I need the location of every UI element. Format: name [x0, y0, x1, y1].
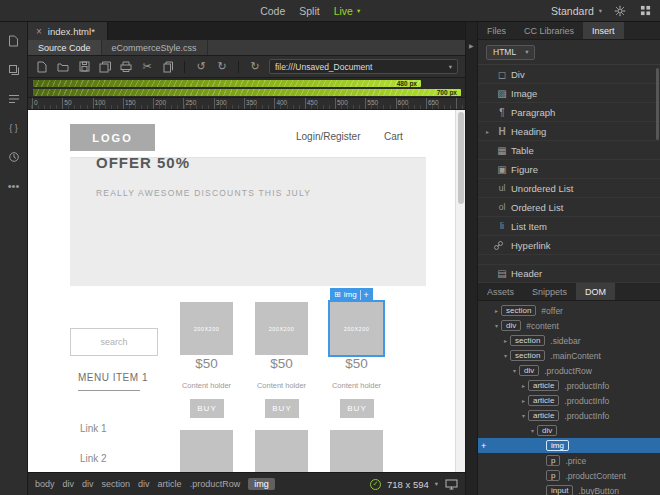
buy-button[interactable]: BUY — [190, 399, 224, 418]
product-image-placeholder-row2[interactable] — [180, 430, 233, 472]
behaviors-panel-icon[interactable] — [7, 150, 21, 164]
snippets-panel-icon[interactable] — [7, 92, 21, 106]
more-panels-icon[interactable]: ••• — [7, 179, 21, 193]
copy-icon[interactable] — [161, 60, 175, 74]
product-card-1[interactable]: ⊞ img + 200X200 $50 Content holder BUY — [180, 288, 234, 472]
media-query-bar-700[interactable]: 700 px — [33, 89, 461, 96]
dom-row-productContent[interactable]: p .productContent — [478, 468, 660, 483]
undo-icon[interactable]: ↺ — [194, 60, 208, 74]
insert-item-header[interactable]: ▤ Header — [478, 264, 660, 283]
dom-row-productInfo[interactable]: ▾ article .productInfo — [478, 408, 660, 423]
product-card-3[interactable]: ⊞ img + 200X200 $50 Content holder BUY — [330, 288, 384, 472]
dom-row-productRow[interactable]: ▾ div .productRow — [478, 363, 660, 378]
site-logo[interactable]: LOGO — [70, 124, 155, 151]
tag-path-item-body[interactable]: body — [35, 479, 55, 489]
insert-item-div[interactable]: ◻ Div — [478, 65, 660, 84]
tag-path-item-div[interactable]: div — [82, 479, 94, 489]
related-file-source-code[interactable]: Source Code — [28, 40, 102, 55]
insert-category-dropdown[interactable]: HTML ▾ — [486, 45, 535, 60]
css-designer-icon[interactable]: { } — [7, 121, 21, 135]
app-grid-icon[interactable] — [638, 4, 652, 18]
insert-item-image[interactable]: ▨ Image — [478, 84, 660, 103]
selected-element-tag-label[interactable]: ⊞ img + — [330, 288, 373, 301]
tag-path-item-section[interactable]: section — [102, 479, 131, 489]
dom-add-element-icon[interactable]: + — [481, 441, 486, 451]
dom-row-div[interactable]: ▾ div — [478, 423, 660, 438]
insert-item-ordered-list[interactable]: ol Ordered List — [478, 198, 660, 217]
tab-files[interactable]: Files — [478, 22, 515, 39]
expand-arrow-icon[interactable]: ▸ — [501, 337, 510, 344]
live-view-canvas[interactable]: LOGO Login/Register Cart OFFER 50% REALL… — [28, 110, 465, 472]
caret-down-icon[interactable]: ▾ — [449, 63, 452, 71]
dom-row-productInfo[interactable]: ▸ article .productInfo — [478, 378, 660, 393]
viewport-size[interactable]: 718 x 594 — [387, 479, 429, 490]
insert-item-hyperlink[interactable]: Hyperlink — [478, 236, 660, 255]
refresh-icon[interactable]: ↻ — [248, 60, 262, 74]
expand-arrow-icon[interactable]: ▸ — [519, 397, 528, 404]
tab-cc-libraries[interactable]: CC Libraries — [515, 22, 583, 39]
tab-assets[interactable]: Assets — [478, 283, 523, 300]
product-image-placeholder-row2[interactable] — [330, 430, 383, 472]
insert-item-figure[interactable]: ▣ Figure — [478, 160, 660, 179]
view-mode-split[interactable]: Split — [299, 5, 319, 17]
save-all-icon[interactable] — [98, 60, 112, 74]
workspace-menu[interactable]: Standard▾ — [551, 5, 602, 17]
view-mode-code[interactable]: Code — [260, 5, 285, 17]
design-scrollbar[interactable] — [455, 110, 465, 472]
tag-path-item-productRow[interactable]: .productRow — [190, 479, 241, 489]
tab-dom[interactable]: DOM — [576, 283, 615, 300]
expand-arrow-icon[interactable]: ▾ — [501, 352, 510, 359]
expand-arrow-icon[interactable]: ▸ — [492, 307, 501, 314]
redo-icon[interactable]: ↻ — [215, 60, 229, 74]
expand-arrow-icon[interactable]: ▾ — [510, 367, 519, 374]
tag-path-item-div[interactable]: div — [63, 479, 75, 489]
device-preview-icon[interactable] — [444, 477, 458, 491]
lint-ok-icon[interactable]: ✓ — [370, 479, 381, 490]
related-file-stylesheet[interactable]: eCommerceStyle.css — [102, 40, 208, 55]
expand-arrow-icon[interactable]: ▾ — [492, 322, 501, 329]
tag-path-item-article[interactable]: article — [158, 479, 182, 489]
dom-row-buyButton[interactable]: input .buyButton — [478, 483, 660, 495]
print-icon[interactable] — [119, 60, 133, 74]
product-image-placeholder[interactable]: 200X200 — [180, 302, 233, 355]
new-file-icon[interactable] — [35, 60, 49, 74]
document-tab[interactable]: × index.html* — [28, 22, 108, 40]
tag-path-item-img[interactable]: img — [248, 478, 275, 490]
buy-button[interactable]: BUY — [265, 399, 299, 418]
panel-splitter[interactable]: ▶ — [465, 22, 478, 495]
insert-item-table[interactable]: ▦ Table — [478, 141, 660, 160]
tag-path-item-div[interactable]: div — [138, 479, 150, 489]
product-card-2[interactable]: ⊞ img + 200X200 $50 Content holder BUY — [255, 288, 309, 472]
login-register-link[interactable]: Login/Register — [296, 131, 360, 142]
open-file-icon[interactable] — [56, 60, 70, 74]
cut-icon[interactable]: ✂ — [140, 60, 154, 74]
tab-insert[interactable]: Insert — [583, 22, 624, 39]
insert-item-unordered-list[interactable]: ul Unordered List — [478, 179, 660, 198]
save-icon[interactable] — [77, 60, 91, 74]
expand-arrow-icon[interactable]: ▾ — [519, 412, 528, 419]
dom-row-sidebar[interactable]: ▸ section .sidebar — [478, 333, 660, 348]
expand-arrow-icon[interactable]: ▸ — [519, 382, 528, 389]
dom-row-offer[interactable]: ▸ section #offer — [478, 303, 660, 318]
cart-link[interactable]: Cart — [384, 131, 403, 142]
scrollbar-thumb[interactable] — [458, 112, 464, 204]
collapse-panel-icon[interactable]: ▶ — [469, 42, 474, 49]
address-input[interactable] — [275, 62, 444, 72]
product-image-placeholder-row2[interactable] — [255, 430, 308, 472]
buy-button[interactable]: BUY — [340, 399, 374, 418]
caret-down-icon[interactable]: ▾ — [435, 480, 438, 488]
extract-panel-icon[interactable] — [7, 63, 21, 77]
dom-row-content[interactable]: ▾ div #content — [478, 318, 660, 333]
insert-item-heading[interactable]: ▸ H Heading — [478, 122, 660, 141]
insert-item-list-item[interactable]: li List Item — [478, 217, 660, 236]
dom-row-mainContent[interactable]: ▾ section .mainContent — [478, 348, 660, 363]
product-image-placeholder[interactable]: 200X200 — [330, 302, 383, 355]
media-query-bar-480[interactable]: 480 px — [33, 80, 421, 87]
dom-row-img[interactable]: img + — [478, 438, 660, 453]
dom-row-price[interactable]: p .price — [478, 453, 660, 468]
insert-item-paragraph[interactable]: ¶ Paragraph — [478, 103, 660, 122]
add-element-icon[interactable]: + — [360, 290, 369, 300]
tab-snippets[interactable]: Snippets — [523, 283, 576, 300]
view-mode-live[interactable]: Live▾ — [334, 5, 361, 17]
product-image-placeholder[interactable]: 200X200 — [255, 302, 308, 355]
